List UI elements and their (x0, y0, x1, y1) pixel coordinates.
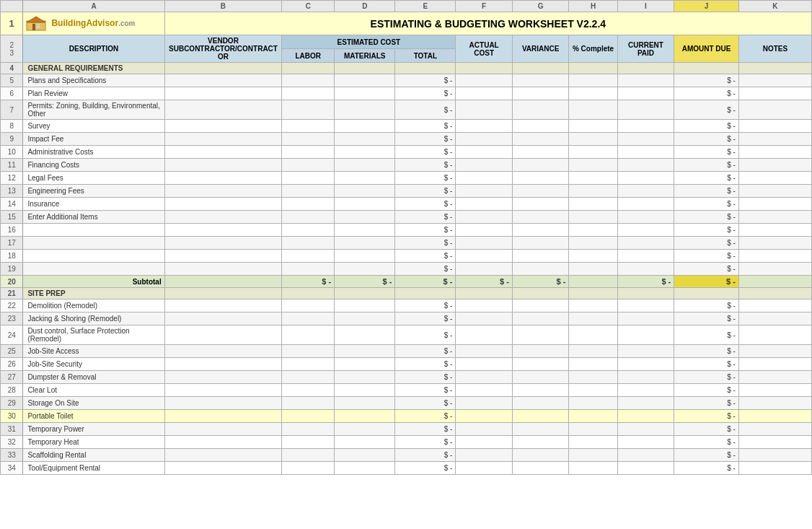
row-total[interactable]: $ - (395, 397, 456, 410)
row-total[interactable]: $ - (395, 300, 456, 312)
row-total[interactable]: $ - (395, 325, 456, 345)
row-total[interactable]: $ - (395, 120, 456, 133)
row-description[interactable]: Demolition (Remodel) (23, 300, 164, 312)
row-vendor[interactable] (164, 211, 282, 224)
row-notes[interactable] (738, 325, 811, 345)
row-current-paid[interactable] (617, 312, 674, 325)
row-labor[interactable] (282, 120, 335, 133)
col-h-header[interactable]: H (569, 1, 617, 12)
col-b-header[interactable]: B (164, 1, 282, 12)
row-actual-cost[interactable] (456, 198, 513, 211)
row-actual-cost[interactable] (456, 133, 513, 146)
row-variance[interactable] (512, 312, 569, 325)
row-labor[interactable] (282, 312, 335, 325)
row-notes[interactable] (738, 224, 811, 237)
row-actual-cost[interactable] (456, 436, 513, 449)
row-notes[interactable] (738, 185, 811, 198)
row-vendor[interactable] (164, 397, 282, 410)
row-labor[interactable] (282, 358, 335, 371)
row-pct-complete[interactable] (569, 159, 617, 172)
row-materials[interactable] (335, 436, 395, 449)
row-materials[interactable] (335, 159, 395, 172)
row-notes[interactable] (738, 250, 811, 263)
row-pct-complete[interactable] (569, 345, 617, 358)
row-variance[interactable] (512, 397, 569, 410)
row-description[interactable]: Temporary Power (23, 423, 164, 436)
row-actual-cost[interactable] (456, 237, 513, 250)
row-variance[interactable] (512, 462, 569, 475)
row-amount-due[interactable]: $ - (674, 325, 739, 345)
row-amount-due[interactable]: $ - (674, 224, 739, 237)
row-materials[interactable] (335, 345, 395, 358)
row-amount-due[interactable]: $ - (674, 371, 739, 384)
row-current-paid[interactable] (617, 423, 674, 436)
row-current-paid[interactable] (617, 87, 674, 100)
row-labor[interactable] (282, 74, 335, 87)
row-amount-due[interactable]: $ - (674, 263, 739, 276)
row-notes[interactable] (738, 358, 811, 371)
row-description[interactable]: Job-Site Security (23, 358, 164, 371)
row-total[interactable]: $ - (395, 237, 456, 250)
row-variance[interactable] (512, 449, 569, 462)
row-labor[interactable] (282, 345, 335, 358)
row-pct-complete[interactable] (569, 185, 617, 198)
row-amount-due[interactable]: $ - (674, 436, 739, 449)
row-vendor[interactable] (164, 449, 282, 462)
row-actual-cost[interactable] (456, 397, 513, 410)
row-current-paid[interactable] (617, 120, 674, 133)
row-materials[interactable] (335, 300, 395, 312)
row-description[interactable]: Scaffolding Rental (23, 449, 164, 462)
row-actual-cost[interactable] (456, 449, 513, 462)
row-vendor[interactable] (164, 224, 282, 237)
row-current-paid[interactable] (617, 211, 674, 224)
row-variance[interactable] (512, 371, 569, 384)
row-description[interactable]: Plans and Specifications (23, 74, 164, 87)
row-variance[interactable] (512, 263, 569, 276)
row-notes[interactable] (738, 263, 811, 276)
row-amount-due[interactable]: $ - (674, 100, 739, 120)
row-actual-cost[interactable] (456, 100, 513, 120)
row-notes[interactable] (738, 384, 811, 397)
row-pct-complete[interactable] (569, 133, 617, 146)
row-amount-due[interactable]: $ - (674, 384, 739, 397)
row-vendor[interactable] (164, 250, 282, 263)
row-pct-complete[interactable] (569, 146, 617, 159)
row-actual-cost[interactable] (456, 159, 513, 172)
row-notes[interactable] (738, 436, 811, 449)
row-total[interactable]: $ - (395, 423, 456, 436)
col-g-header[interactable]: G (512, 1, 569, 12)
row-labor[interactable] (282, 436, 335, 449)
row-materials[interactable] (335, 120, 395, 133)
row-actual-cost[interactable] (456, 345, 513, 358)
row-notes[interactable] (738, 371, 811, 384)
row-description[interactable] (23, 224, 164, 237)
row-actual-cost[interactable] (456, 74, 513, 87)
row-materials[interactable] (335, 146, 395, 159)
row-variance[interactable] (512, 384, 569, 397)
row-variance[interactable] (512, 74, 569, 87)
row-pct-complete[interactable] (569, 358, 617, 371)
row-materials[interactable] (335, 74, 395, 87)
row-description[interactable]: Enter Additional Items (23, 211, 164, 224)
row-description[interactable]: Jacking & Shoring (Remodel) (23, 312, 164, 325)
row-labor[interactable] (282, 185, 335, 198)
row-pct-complete[interactable] (569, 250, 617, 263)
row-description[interactable] (23, 237, 164, 250)
row-description[interactable]: Dust control, Surface Protection (Remode… (23, 325, 164, 345)
row-variance[interactable] (512, 436, 569, 449)
row-materials[interactable] (335, 449, 395, 462)
row-description[interactable]: Storage On Site (23, 397, 164, 410)
row-actual-cost[interactable] (456, 300, 513, 312)
row-description[interactable]: Engineering Fees (23, 185, 164, 198)
row-amount-due[interactable]: $ - (674, 462, 739, 475)
row-labor[interactable] (282, 133, 335, 146)
row-pct-complete[interactable] (569, 423, 617, 436)
row-description[interactable]: Temporary Heat (23, 436, 164, 449)
row-notes[interactable] (738, 423, 811, 436)
row-vendor[interactable] (164, 237, 282, 250)
row-actual-cost[interactable] (456, 410, 513, 423)
row-total[interactable]: $ - (395, 371, 456, 384)
row-amount-due[interactable]: $ - (674, 87, 739, 100)
row-labor[interactable] (282, 172, 335, 185)
row-total[interactable]: $ - (395, 358, 456, 371)
